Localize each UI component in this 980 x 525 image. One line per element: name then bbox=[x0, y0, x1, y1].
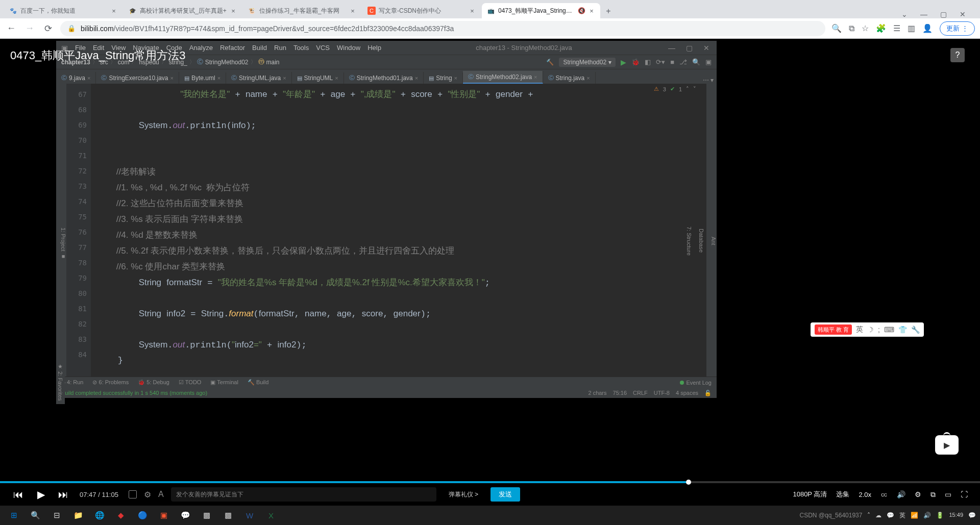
help-icon[interactable]: ? bbox=[950, 48, 965, 62]
search-everywhere-icon[interactable]: 🔍 bbox=[692, 58, 700, 66]
ide-close-icon[interactable]: ✕ bbox=[701, 44, 712, 52]
address-bar[interactable]: 🔒 bilibili.com/video/BV1fh411y7R8?p=474&… bbox=[60, 21, 825, 36]
build-icon[interactable]: 🔨 bbox=[546, 59, 554, 66]
keyboard-icon[interactable]: ⌨ bbox=[884, 326, 894, 334]
tray-volume-icon[interactable]: 🔊 bbox=[923, 512, 931, 519]
tab-bilibili[interactable]: 📺 0473_韩顺平Java_String常用 🔇 × bbox=[482, 3, 600, 18]
chevron-up-icon[interactable]: ˄ bbox=[686, 86, 689, 92]
run-config-selector[interactable]: StringMethod02 ▾ bbox=[559, 58, 616, 67]
menu-analyze[interactable]: Analyze bbox=[189, 44, 213, 52]
tray-lang-icon[interactable]: 英 bbox=[899, 511, 905, 520]
close-window-button[interactable]: ✕ bbox=[958, 10, 968, 18]
editor-tab-active[interactable]: ⒸStringMethod02.java× bbox=[463, 71, 543, 84]
taskview-icon[interactable]: ⊟ bbox=[47, 508, 66, 523]
punct-icon[interactable]: ; bbox=[878, 326, 880, 334]
ime-lang[interactable]: 英 bbox=[856, 325, 863, 334]
update-button[interactable]: 更新⋮ bbox=[940, 21, 975, 36]
moon-icon[interactable]: ☽ bbox=[867, 326, 874, 334]
git-icon[interactable]: ⎇ bbox=[679, 58, 687, 66]
pip-icon[interactable]: ⧉ bbox=[930, 490, 936, 499]
close-icon[interactable]: × bbox=[110, 7, 117, 14]
sidepanel-icon[interactable]: ▥ bbox=[908, 23, 915, 33]
status-indent[interactable]: 4 spaces bbox=[676, 390, 698, 396]
status-encoding[interactable]: UTF-8 bbox=[654, 390, 670, 396]
tab-nowcoder[interactable]: 🐮 位操作练习_牛客题霸_牛客网 × bbox=[243, 3, 361, 18]
bookmark-icon[interactable]: ☆ bbox=[862, 23, 869, 33]
editor-tab[interactable]: ▤Byte.uml× bbox=[179, 72, 226, 84]
speed-button[interactable]: 2.0x bbox=[859, 491, 871, 498]
event-log[interactable]: Event Log bbox=[680, 380, 712, 386]
app-icon[interactable]: ◆ bbox=[111, 508, 131, 523]
profile-icon[interactable]: 👤 bbox=[922, 23, 933, 33]
app-icon[interactable]: ▣ bbox=[154, 508, 174, 523]
code-editor[interactable]: "我的姓名是" + name + "年龄是" + age + ",成绩是" + … bbox=[91, 84, 706, 398]
tray-chevron-icon[interactable]: ˄ bbox=[867, 512, 870, 519]
ide-maximize-icon[interactable]: ▢ bbox=[684, 44, 694, 52]
fullscreen-icon[interactable]: ⛶ bbox=[961, 490, 968, 498]
tray-chat-icon[interactable]: 💬 bbox=[887, 512, 894, 519]
wechat-icon[interactable]: 💬 bbox=[176, 508, 195, 523]
menu-vcs[interactable]: VCS bbox=[316, 44, 330, 52]
run-button-icon[interactable]: ▶ bbox=[621, 58, 626, 66]
chrome-icon[interactable]: 🌐 bbox=[90, 508, 109, 523]
status-crlf[interactable]: CRLF bbox=[633, 390, 648, 396]
mute-icon[interactable]: 🔇 bbox=[578, 7, 585, 14]
word-icon[interactable]: W bbox=[240, 508, 259, 523]
menu-build[interactable]: Build bbox=[252, 44, 267, 52]
edge-icon[interactable]: 🔵 bbox=[133, 508, 152, 523]
danmu-toggle[interactable] bbox=[129, 490, 137, 498]
profiler-icon[interactable]: ⟳▾ bbox=[656, 58, 665, 66]
search-icon[interactable]: 🔍 bbox=[831, 23, 842, 33]
menu-help[interactable]: Help bbox=[368, 44, 381, 52]
stop-icon[interactable]: ■ bbox=[670, 58, 674, 66]
menu-run[interactable]: Run bbox=[274, 44, 286, 52]
toolwin-build[interactable]: 🔨 Build bbox=[248, 379, 269, 386]
toolwin-problems[interactable]: ⊘ 6: Problems bbox=[92, 379, 129, 386]
back-button[interactable]: ← bbox=[5, 22, 17, 35]
episodes-button[interactable]: 选集 bbox=[836, 490, 849, 499]
ide-minimize-icon[interactable]: — bbox=[667, 44, 677, 52]
editor-tab[interactable]: Ⓒ9.java× bbox=[56, 72, 96, 84]
reading-list-icon[interactable]: ☰ bbox=[893, 23, 900, 33]
menu-refactor[interactable]: Refactor bbox=[220, 44, 245, 52]
crumb-class[interactable]: StringMethod02 bbox=[205, 59, 249, 66]
subtitle-icon[interactable]: ㏄ bbox=[880, 490, 888, 499]
close-icon[interactable]: × bbox=[230, 7, 237, 14]
minimize-button[interactable]: — bbox=[919, 10, 929, 18]
intellij-icon[interactable]: ▩ bbox=[218, 508, 238, 523]
ime-floating-bar[interactable]: 韩顺平 教 育 英 ☽ ; ⌨ 👕 🔧 bbox=[811, 322, 924, 337]
menu-tools[interactable]: Tools bbox=[293, 44, 309, 52]
reload-button[interactable]: ⟳ bbox=[42, 22, 54, 35]
inspection-badge[interactable]: ⚠3 ✔1 ˄ ˅ bbox=[654, 86, 696, 92]
mini-player-icon[interactable] bbox=[935, 435, 959, 455]
tab-kaoyan[interactable]: 🎓 高校计算机考研复试_历年真题+ × bbox=[124, 3, 242, 18]
explorer-icon[interactable]: 📁 bbox=[68, 508, 88, 523]
tab-search-icon[interactable]: ⌄ bbox=[899, 10, 910, 18]
menu-window[interactable]: Window bbox=[337, 44, 360, 52]
tab-baidu[interactable]: 🐾 百度一下，你就知道 × bbox=[4, 3, 122, 18]
settings-icon[interactable]: ▣ bbox=[705, 58, 712, 66]
search-icon[interactable]: 🔍 bbox=[26, 508, 45, 523]
shirt-icon[interactable]: 👕 bbox=[898, 326, 907, 334]
close-icon[interactable]: × bbox=[469, 7, 476, 14]
tray-wifi-icon[interactable]: 📶 bbox=[911, 512, 918, 519]
tray-battery-icon[interactable]: 🔋 bbox=[936, 512, 944, 519]
close-icon[interactable]: × bbox=[349, 7, 356, 14]
tray-clock[interactable]: 15:49 bbox=[949, 512, 963, 518]
excel-icon[interactable]: X bbox=[261, 508, 281, 523]
extensions-icon[interactable]: 🧩 bbox=[876, 23, 886, 33]
chevron-down-icon[interactable]: ˅ bbox=[693, 86, 696, 92]
toolwindow-project-tab[interactable]: 1: Project ■ bbox=[56, 84, 66, 398]
editor-tab[interactable]: ⒸStringExercise10.java× bbox=[96, 72, 179, 84]
settings-icon[interactable]: ⚙ bbox=[915, 490, 921, 498]
editor-tab[interactable]: ▤String× bbox=[424, 72, 463, 84]
toolwindow-right[interactable]: Ant Database 7: Structure bbox=[706, 84, 717, 398]
video-player[interactable]: 0473_韩顺平Java_String常用方法3 ? ▣ File Edit V… bbox=[0, 39, 980, 506]
danmu-etiquette-link[interactable]: 弹幕礼仪 > bbox=[444, 490, 483, 499]
toolwin-terminal[interactable]: ▣ Terminal bbox=[210, 379, 238, 386]
share-icon[interactable]: ⧉ bbox=[849, 24, 854, 33]
editor-tab[interactable]: ⒸStringUML.java× bbox=[226, 72, 291, 84]
next-button[interactable]: ⏭ bbox=[57, 489, 69, 501]
prev-button[interactable]: ⏮ bbox=[12, 489, 24, 501]
maximize-button[interactable]: ▢ bbox=[938, 10, 948, 18]
